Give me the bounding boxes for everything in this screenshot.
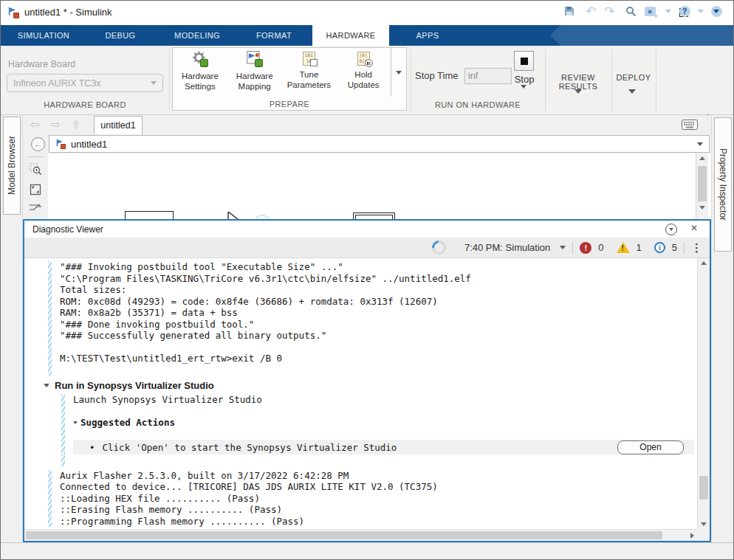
search-button[interactable]: [623, 1, 638, 21]
run-on-hardware-section-label: RUN ON HARDWARE: [412, 100, 543, 109]
collapse-triangle-icon: [44, 384, 49, 387]
hardware-mapping-button[interactable]: Hardware Mapping: [227, 48, 282, 97]
fit-to-view-icon[interactable]: [30, 184, 41, 196]
diagnostic-viewer-header: Diagnostic Viewer ✕: [24, 221, 710, 238]
collapse-triangle-icon: [73, 421, 78, 424]
log-line: "### Invoking postbuild tool "Executable…: [48, 261, 697, 273]
scroll-right-icon[interactable]: [690, 533, 694, 539]
kebab-menu-icon[interactable]: ⋮: [691, 243, 702, 253]
toolbar-divider: [684, 242, 685, 254]
stop-time-input[interactable]: [464, 68, 512, 84]
tune-parameters-button[interactable]: 10110 Tune Parameters: [282, 48, 337, 97]
chevron-down-icon[interactable]: [560, 246, 566, 249]
diagnostic-log: "### Invoking postbuild tool "Executable…: [24, 258, 697, 529]
warning-badge-icon: !: [617, 242, 630, 253]
save-button[interactable]: [562, 1, 577, 21]
zoom-in-icon[interactable]: [30, 163, 42, 176]
session-selector-label[interactable]: 7:40 PM: Simulation: [464, 242, 550, 253]
partial-block[interactable]: [125, 211, 174, 219]
hide-browser-button[interactable]: ←: [31, 137, 45, 151]
chevron-down-icon[interactable]: [697, 142, 703, 146]
diagnostic-vertical-scrollbar[interactable]: [697, 258, 710, 529]
hardware-settings-button[interactable]: Hardware Settings: [173, 48, 227, 97]
review-results-label: REVIEW RESULTS: [545, 73, 611, 91]
gear-chip-icon: [191, 50, 209, 68]
scrollbar-thumb[interactable]: [698, 166, 707, 201]
panel-layout-icon: » ★: [645, 7, 656, 16]
log-line: "### Done invoking postbuild tool.": [48, 319, 697, 331]
chevron-down-icon: [665, 10, 671, 13]
nav-forward-button[interactable]: ⇨: [51, 118, 61, 131]
undo-button[interactable]: ↶: [583, 1, 598, 21]
log-line: "C:\Program Files\TASKING\TriCore v6.3r1…: [48, 273, 697, 285]
nav-up-button[interactable]: ⇧: [72, 118, 81, 131]
review-results-dropdown[interactable]: [574, 94, 582, 107]
scrollbar-thumb[interactable]: [26, 531, 662, 539]
keyboard-shortcuts-icon[interactable]: [682, 120, 698, 130]
collapse-ribbon-button[interactable]: [704, 101, 712, 114]
hardware-board-label: Hardware Board: [8, 59, 75, 69]
code-101-icon: 10110: [303, 52, 315, 66]
nav-back-button[interactable]: ⇦: [30, 118, 40, 131]
canvas-vertical-scrollbar[interactable]: [696, 153, 708, 219]
redo-icon: ↷: [604, 4, 614, 19]
property-inspector-tab[interactable]: Property Inspector: [714, 117, 732, 252]
chevron-down-icon: [698, 10, 704, 13]
deploy-dropdown[interactable]: [628, 94, 636, 107]
hardware-board-select[interactable]: Infineon AURIX TC3x: [7, 74, 163, 92]
chevron-down-icon: [574, 89, 582, 106]
tab-modeling[interactable]: MODELING: [159, 25, 236, 46]
log-line: Launch Synopsys Virtualizer Studio: [61, 394, 697, 406]
tab-hardware[interactable]: HARDWARE: [312, 25, 389, 46]
scroll-down-icon[interactable]: [701, 522, 707, 526]
log-line: [48, 364, 697, 376]
scrollbar-thumb[interactable]: [699, 476, 708, 499]
log-line: ROM: 0xc08d (49293) = code: 0x8f4e (3668…: [48, 296, 697, 308]
help-dropdown[interactable]: [696, 1, 706, 21]
help-button[interactable]: ?: [677, 1, 692, 21]
section-divider: [411, 49, 411, 111]
stop-button[interactable]: [514, 51, 534, 71]
synopsys-section-header[interactable]: Run in Synopsys Virtualizer Studio: [44, 380, 697, 391]
signal-lines-icon[interactable]: [29, 204, 42, 212]
action-text: Click 'Open' to start the Synopsys Virtu…: [103, 442, 397, 453]
document-tab-untitled1[interactable]: untitled1: [94, 116, 143, 134]
tab-format[interactable]: FORMAT: [236, 25, 312, 46]
model-browser-tab[interactable]: Model Browser: [3, 117, 21, 215]
status-bar: Running the model on 'Infineon AURIX TC3…: [1, 542, 733, 560]
document-tab-label: untitled1: [100, 120, 135, 131]
minimize-toolstrip-button[interactable]: [708, 1, 724, 21]
model-canvas[interactable]: [48, 153, 696, 219]
panel-menu-button[interactable]: [665, 224, 677, 235]
deploy-label: DEPLOY: [611, 73, 656, 82]
warning-count[interactable]: 1: [637, 242, 642, 253]
suggested-actions-header[interactable]: Suggested Actions: [61, 417, 697, 429]
scroll-up-icon[interactable]: [699, 156, 705, 160]
error-count[interactable]: 0: [598, 242, 603, 253]
tab-apps[interactable]: APPS: [389, 25, 466, 46]
chevron-down-icon: [521, 85, 527, 101]
breadcrumb[interactable]: untitled1: [49, 135, 710, 153]
prepare-gallery-dropdown[interactable]: [391, 48, 406, 97]
log-line: [61, 406, 697, 418]
layout-options-button[interactable]: » ★: [642, 1, 658, 21]
partial-scope-block[interactable]: [353, 212, 395, 219]
tab-debug[interactable]: DEBUG: [82, 25, 159, 46]
tab-simulation[interactable]: SIMULATION: [5, 25, 82, 46]
diagnostic-horizontal-scrollbar[interactable]: [24, 529, 697, 541]
log-line: Total sizes:: [48, 284, 697, 296]
toolbar-divider: [572, 242, 573, 254]
log-line: Connected to device... [TRICORE] DAS JDS…: [48, 481, 697, 493]
info-count[interactable]: 5: [672, 242, 677, 253]
busy-spinner-icon: [429, 238, 449, 257]
hold-updates-button[interactable]: |0|0|0 Hold Updates: [336, 48, 391, 97]
scroll-down-icon[interactable]: [699, 206, 705, 210]
partial-gain-block[interactable]: [227, 212, 239, 219]
scroll-up-icon[interactable]: [701, 261, 707, 265]
save-icon: [564, 6, 574, 16]
hardware-board-value: Infineon AURIX TC3x: [13, 78, 101, 89]
panel-close-button[interactable]: ✕: [690, 223, 698, 233]
redo-button[interactable]: ↷: [602, 1, 617, 21]
open-button[interactable]: Open: [617, 440, 684, 454]
layout-dropdown[interactable]: [663, 1, 673, 21]
